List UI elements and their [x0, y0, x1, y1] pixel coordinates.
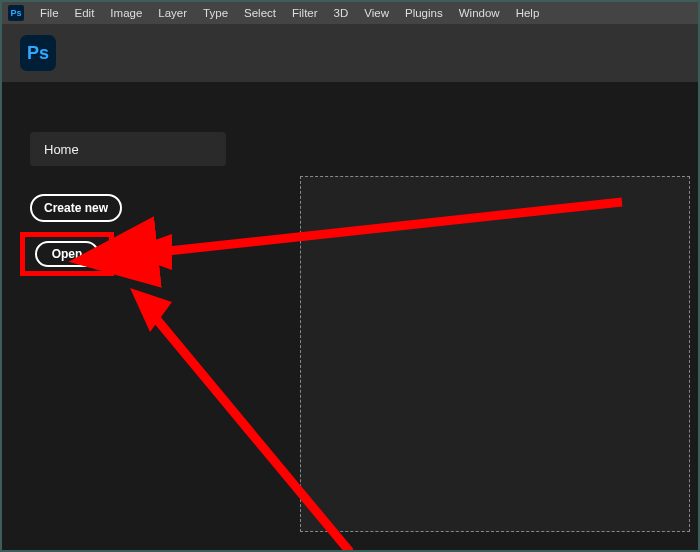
photoshop-logo-icon: Ps: [20, 35, 56, 71]
menu-layer[interactable]: Layer: [150, 5, 195, 21]
menu-image[interactable]: Image: [102, 5, 150, 21]
menu-filter[interactable]: Filter: [284, 5, 326, 21]
menu-view[interactable]: View: [356, 5, 397, 21]
open-button[interactable]: Open: [35, 241, 99, 267]
menubar: Ps File Edit Image Layer Type Select Fil…: [2, 2, 698, 24]
annotation-highlight-box: Open: [20, 232, 114, 276]
create-new-button[interactable]: Create new: [30, 194, 122, 222]
header-toolbar: Ps: [2, 24, 698, 82]
menu-type[interactable]: Type: [195, 5, 236, 21]
menu-window[interactable]: Window: [451, 5, 508, 21]
drop-file-area[interactable]: [300, 176, 690, 532]
menu-help[interactable]: Help: [508, 5, 548, 21]
menu-plugins[interactable]: Plugins: [397, 5, 451, 21]
photoshop-mini-icon: Ps: [8, 5, 24, 21]
menu-edit[interactable]: Edit: [67, 5, 103, 21]
home-tab[interactable]: Home: [30, 132, 226, 166]
menu-file[interactable]: File: [32, 5, 67, 21]
home-workspace: Home Create new Open: [2, 82, 698, 550]
menu-select[interactable]: Select: [236, 5, 284, 21]
menu-3d[interactable]: 3D: [326, 5, 357, 21]
